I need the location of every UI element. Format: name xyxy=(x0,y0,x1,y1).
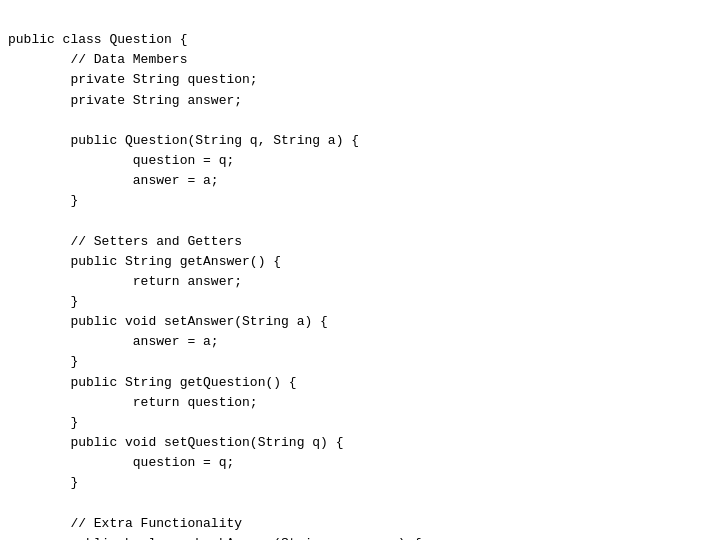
code-line xyxy=(8,111,712,131)
code-line: return question; xyxy=(8,393,712,413)
code-line: private String answer; xyxy=(8,91,712,111)
code-line: } xyxy=(8,352,712,372)
code-line: } xyxy=(8,191,712,211)
code-line: } xyxy=(8,413,712,433)
code-line: } xyxy=(8,292,712,312)
code-line: // Extra Functionality xyxy=(8,514,712,534)
code-line: public String getQuestion() { xyxy=(8,373,712,393)
code-line: // Data Members xyxy=(8,50,712,70)
code-line: answer = a; xyxy=(8,332,712,352)
code-block: public class Question { // Data Members … xyxy=(0,0,720,540)
code-line: public String getAnswer() { xyxy=(8,252,712,272)
code-line: answer = a; xyxy=(8,171,712,191)
code-line: public boolean checkAnswer(String respon… xyxy=(8,534,712,540)
code-line: question = q; xyxy=(8,151,712,171)
code-line: public Question(String q, String a) { xyxy=(8,131,712,151)
code-line: question = q; xyxy=(8,453,712,473)
code-line: private String question; xyxy=(8,70,712,90)
code-line xyxy=(8,493,712,513)
code-line xyxy=(8,211,712,231)
code-line: public void setAnswer(String a) { xyxy=(8,312,712,332)
code-line: public class Question { xyxy=(8,30,712,50)
code-line: public void setQuestion(String q) { xyxy=(8,433,712,453)
code-line: // Setters and Getters xyxy=(8,232,712,252)
code-line: } xyxy=(8,473,712,493)
code-line: return answer; xyxy=(8,272,712,292)
